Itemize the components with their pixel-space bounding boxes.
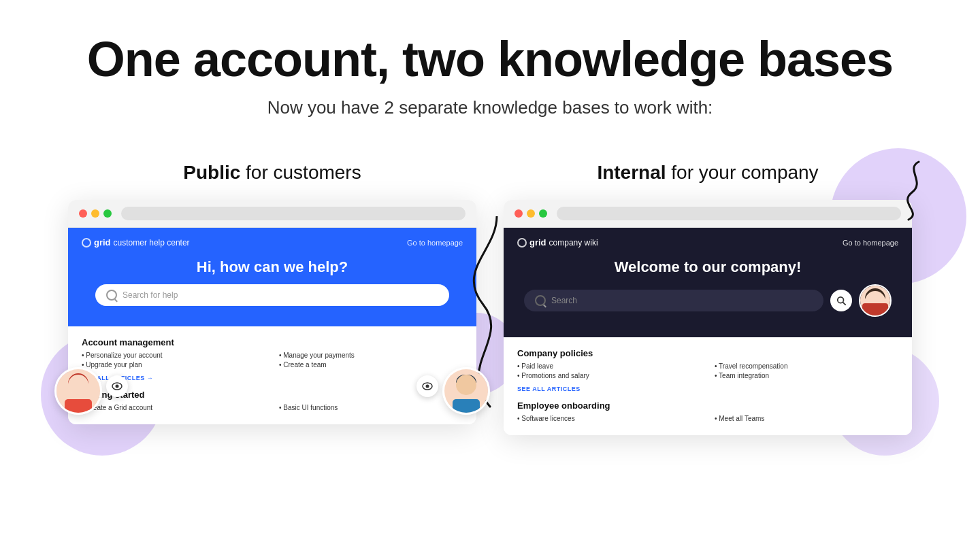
public-title-bold: Public: [183, 162, 240, 183]
main-title: One account, two knowledge bases: [27, 33, 953, 86]
kb-item: • Promotions and salary: [517, 372, 701, 379]
kb-search-box-public[interactable]: Search for help: [95, 284, 449, 306]
kb-item: • Create a Grid account: [82, 404, 265, 411]
eye-icon-1: [106, 375, 128, 397]
kb-search-placeholder-public: Search for help: [122, 290, 178, 300]
kb-body-public: Account management • Personalize your ac…: [68, 326, 476, 424]
internal-column-wrapper: Internal for your company grid: [504, 162, 912, 435]
dot-red-internal: [514, 209, 523, 218]
kb-dark-header: grid company wiki Go to homepage Welcome…: [504, 228, 912, 337]
kb-nav-public: grid customer help center Go to homepage: [82, 237, 463, 248]
svg-point-3: [426, 385, 429, 388]
floating-avatar-2: [442, 367, 490, 415]
kb-dark-search-box[interactable]: Search: [524, 290, 823, 311]
kb-section-2-items-internal: • Software licences • Meet all Teams: [517, 415, 898, 424]
kb-nav-link-internal[interactable]: Go to homepage: [843, 239, 898, 247]
kb-item: • Team integration: [715, 372, 898, 379]
kb-section-1-items-public: • Personalize your account • Upgrade you…: [82, 352, 463, 371]
search-icon-public: [106, 290, 117, 301]
page-wrapper: One account, two knowledge bases Now you…: [0, 0, 980, 546]
avatar-face-1: [68, 375, 88, 395]
brand-desc-internal: company wiki: [549, 238, 598, 248]
squiggle-decoration-2: [878, 155, 932, 223]
internal-column-title: Internal for your company: [597, 162, 818, 184]
kb-see-all-1-public[interactable]: SEE ALL ARTICLES →: [82, 375, 463, 381]
kb-item: • Software licences: [517, 415, 701, 422]
eye-icon-2: [416, 375, 438, 397]
kb-col-1-sec1-internal: • Paid leave • Promotions and salary: [517, 362, 701, 381]
url-bar-public: [121, 207, 466, 220]
brand-name-internal: grid: [529, 237, 546, 248]
search-icon-internal: [535, 295, 546, 306]
svg-point-1: [116, 385, 119, 388]
kb-section-2-items-public: • Create a Grid account • Basic UI funct…: [82, 404, 463, 413]
browser-bar-public: [68, 200, 476, 228]
kb-section-title-2-public: Getting started: [82, 390, 463, 400]
kb-hero-title-internal: Welcome to our company!: [517, 258, 898, 276]
kb-item: • Basic UI functions: [279, 404, 463, 411]
kb-col-1-sec1-public: • Personalize your account • Upgrade you…: [82, 352, 265, 371]
floating-avatar-1: [54, 367, 102, 415]
kb-brand-internal: grid company wiki: [517, 237, 598, 248]
kb-col-1-sec2-internal: • Software licences: [517, 415, 701, 424]
kb-item: • Travel recompensation: [715, 362, 898, 370]
kb-search-button-internal[interactable]: [830, 290, 852, 311]
dot-yellow-public: [91, 209, 99, 218]
kb-section-title-1-internal: Company policies: [517, 348, 898, 358]
avatar-person-2: [444, 369, 488, 413]
dot-green-internal: [539, 209, 547, 218]
kb-item: • Meet all Teams: [715, 415, 898, 422]
public-title-rest: for customers: [240, 162, 361, 183]
kb-dark-search-row: Search: [524, 284, 892, 317]
dot-red-public: [79, 209, 87, 218]
kb-section-title-2-internal: Employee onboarding: [517, 400, 898, 411]
brand-dot-public: [82, 238, 91, 248]
brand-desc-public: customer help center: [114, 238, 190, 248]
dot-yellow-internal: [527, 209, 535, 218]
kb-item: • Paid leave: [517, 362, 701, 370]
kb-body-internal: Company policies • Paid leave • Promotio…: [504, 337, 912, 435]
avatar-body-1: [65, 399, 92, 413]
public-column-title: Public for customers: [183, 162, 361, 184]
brand-dot-internal: [517, 238, 527, 248]
public-column-wrapper: Public for customers grid cust: [68, 162, 476, 435]
kb-avatar-internal: [859, 284, 892, 317]
kb-col-2-sec2-public: • Basic UI functions: [279, 404, 463, 413]
kb-item: • Create a team: [279, 361, 463, 369]
kb-item: • Manage your payments: [279, 352, 463, 359]
kb-blue-header: grid customer help center Go to homepage…: [68, 228, 476, 326]
url-bar-internal: [557, 207, 901, 220]
dot-green-public: [103, 209, 112, 218]
kb-hero-title-public: Hi, how can we help?: [82, 258, 463, 276]
browser-bar-internal: [504, 200, 912, 228]
brand-name-public: grid: [94, 237, 111, 248]
columns-container: Public for customers grid cust: [0, 135, 980, 435]
internal-browser-mockup: grid company wiki Go to homepage Welcome…: [504, 200, 912, 435]
kb-col-1-sec2-public: • Create a Grid account: [82, 404, 265, 413]
kb-brand-public: grid customer help center: [82, 237, 190, 248]
kb-see-all-1-internal[interactable]: SEE ALL ARTICLES: [517, 386, 898, 392]
kb-item: • Upgrade your plan: [82, 361, 265, 369]
kb-search-placeholder-internal: Search: [551, 296, 577, 305]
internal-title-bold: Internal: [597, 162, 666, 183]
avatar-person-1: [56, 369, 100, 413]
search-icon-btn: [836, 296, 846, 305]
kb-nav-internal: grid company wiki Go to homepage: [517, 237, 898, 248]
header: One account, two knowledge bases Now you…: [0, 0, 980, 135]
kb-section-title-1-public: Account management: [82, 337, 463, 347]
kb-item: • Personalize your account: [82, 352, 265, 359]
avatar-body-2: [453, 399, 480, 413]
kb-col-2-sec1-internal: • Travel recompensation • Team integrati…: [715, 362, 898, 381]
avatar-face-2: [456, 375, 476, 395]
internal-title-rest: for your company: [666, 162, 819, 183]
kb-section-1-items-internal: • Paid leave • Promotions and salary • T…: [517, 362, 898, 381]
kb-col-2-sec2-internal: • Meet all Teams: [715, 415, 898, 424]
subtitle: Now you have 2 separate knowledge bases …: [27, 97, 953, 118]
kb-col-2-sec1-public: • Manage your payments • Create a team: [279, 352, 463, 371]
svg-line-5: [843, 303, 846, 305]
public-browser-mockup: grid customer help center Go to homepage…: [68, 200, 476, 424]
